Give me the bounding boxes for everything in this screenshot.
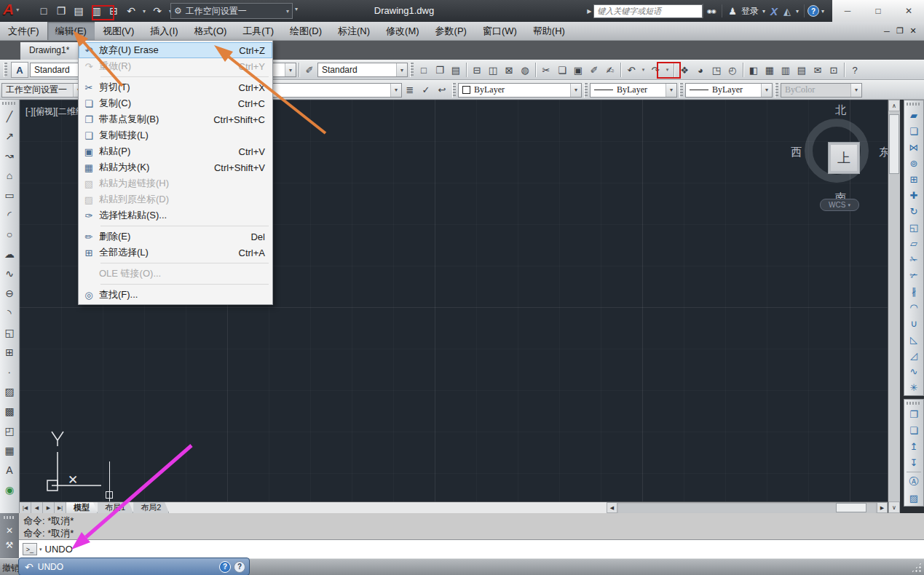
array-icon[interactable]: ⊞ (905, 171, 923, 187)
ellipse-arc-icon[interactable]: ◝ (1, 303, 18, 322)
toolbar-grip[interactable] (679, 83, 683, 98)
linetype-control-combo[interactable]: ByLayer ▾ (590, 83, 677, 98)
publish-icon[interactable]: ◍ (517, 62, 533, 78)
binoculars-search-icon[interactable]: ◉◉ (703, 4, 719, 18)
plot-icon[interactable]: ⊠ (501, 62, 517, 78)
search-input[interactable] (593, 4, 703, 18)
layer-previous-icon[interactable]: ↩ (434, 82, 450, 98)
sign-in-dropdown-icon[interactable]: ▾ (762, 8, 765, 15)
tab-model[interactable]: 模型 (66, 502, 98, 513)
menu-dimension[interactable]: 标注(N) (330, 22, 378, 40)
menu-parametric[interactable]: 参数(P) (427, 22, 475, 40)
exchange-apps-icon[interactable]: X (767, 3, 781, 19)
chevron-down-icon[interactable]: ▾ (666, 84, 676, 97)
new-icon[interactable]: □ (35, 3, 52, 19)
tab-nav-prev-icon[interactable]: ◀ (31, 502, 43, 513)
cut-icon[interactable]: ✂ (538, 62, 554, 78)
break-icon[interactable]: ◠ (905, 299, 923, 315)
move-icon[interactable]: ✚ (905, 187, 923, 203)
doc-minimize-button[interactable]: ─ (880, 27, 893, 36)
a360-dropdown-icon[interactable]: ▾ (796, 8, 799, 15)
zoom-window-icon[interactable]: ◳ (708, 62, 724, 78)
quickcalc-icon[interactable]: ⊡ (826, 62, 842, 78)
vscroll-down-icon[interactable]: ∨ (888, 501, 900, 513)
paste-icon[interactable]: ▣ (570, 62, 586, 78)
viewcube-top-face[interactable]: 上 (828, 142, 860, 174)
menu-view[interactable]: 视图(V) (95, 22, 142, 40)
dim-style-icon[interactable]: ✐ (301, 62, 317, 78)
construction-line-icon[interactable]: ↗ (1, 126, 18, 146)
vscroll-thumb[interactable] (889, 114, 899, 174)
chevron-down-icon[interactable]: ▾ (39, 547, 42, 552)
minimize-button[interactable]: ─ (832, 0, 863, 22)
copy-icon[interactable]: ❏ (554, 62, 570, 78)
toolbar-grip[interactable] (4, 63, 7, 77)
menu-item-paste-special[interactable]: ✑ 选择性粘贴(S)... (79, 207, 272, 223)
wrench-icon[interactable]: ⚒ (6, 538, 14, 552)
viewcube[interactable]: 上 北 南 东 西 (805, 119, 869, 183)
command-history[interactable]: 命令: *取消* 命令: *取消* (19, 513, 924, 540)
menu-format[interactable]: 格式(O) (186, 22, 235, 40)
menu-item-select-all[interactable]: ⊞ 全部选择(L) Ctrl+A (79, 245, 272, 261)
print-icon[interactable]: ⊟ (105, 3, 122, 19)
redo-icon[interactable]: ↷ (149, 3, 166, 19)
open-icon[interactable]: ❐ (52, 3, 70, 19)
pan-icon[interactable]: ❖ (676, 62, 692, 78)
undo-dropdown-icon[interactable]: ▾ (639, 62, 647, 78)
open-icon[interactable]: ❐ (432, 62, 448, 78)
bring-above-objects-icon[interactable]: ↥ (905, 438, 923, 454)
app-logo[interactable]: A ▾ (3, 1, 19, 18)
menu-modify[interactable]: 修改(M) (378, 22, 427, 40)
tool-palettes-icon[interactable]: ▥ (778, 62, 794, 78)
hatch-icon[interactable]: ▨ (1, 381, 18, 401)
properties-icon[interactable]: ◧ (746, 62, 762, 78)
scale-icon[interactable]: ◱ (905, 219, 923, 235)
menu-file[interactable]: 文件(F) (0, 22, 47, 40)
redo-dropdown-icon[interactable]: ▾ (663, 62, 671, 78)
chevron-down-icon[interactable]: ▾ (390, 84, 401, 97)
redo-icon[interactable]: ↷ (647, 62, 663, 78)
zoom-realtime-icon[interactable]: ◕ (692, 62, 708, 78)
toolbar-grip[interactable] (907, 103, 921, 106)
vertical-scrollbar[interactable]: ∧ ∨ (888, 100, 900, 513)
wcs-dropdown[interactable]: WCS ▾ (820, 199, 859, 211)
toolbar-grip[interactable] (2, 102, 17, 105)
color-control-combo[interactable]: ByLayer ▾ (458, 83, 582, 98)
help-dropdown-icon[interactable]: ▾ (821, 8, 824, 15)
match-properties-icon[interactable]: ✐ (586, 62, 602, 78)
save-icon[interactable]: ▤ (448, 62, 464, 78)
help-icon[interactable]: ? (807, 5, 819, 17)
point-icon[interactable]: ∙ (1, 362, 18, 381)
command-input-row[interactable]: >_ ▾ UNDO (19, 540, 924, 558)
autodesk360-icon[interactable]: ◭ (781, 3, 794, 19)
horizontal-scrollbar[interactable] (617, 502, 877, 513)
menu-item-undo[interactable]: ↶ 放弃(U) Erase Ctrl+Z (79, 42, 272, 58)
erase-icon[interactable]: ▰ (905, 107, 923, 123)
menu-item-copy[interactable]: ❏ 复制(C) Ctrl+C (79, 95, 272, 111)
workspace-switcher[interactable]: ⚙ 工作空间设置一 ▾ (170, 3, 293, 19)
chevron-down-icon[interactable]: ▾ (396, 63, 407, 76)
undo-dropdown-icon[interactable]: ▾ (140, 3, 149, 19)
make-block-icon[interactable]: ⊞ (1, 342, 18, 362)
revision-cloud-icon[interactable]: ☁ (1, 244, 18, 263)
vscroll-up-icon[interactable]: ∧ (888, 100, 900, 111)
ellipse-icon[interactable]: ⊖ (1, 283, 18, 303)
circle-icon[interactable]: ○ (1, 224, 18, 244)
toolbar-grip[interactable] (410, 63, 414, 77)
undo-icon[interactable]: ↶ (623, 62, 639, 78)
gradient-icon[interactable]: ▩ (1, 401, 18, 421)
trim-icon[interactable]: ✁ (905, 251, 923, 267)
infocenter-toggle-icon[interactable]: ▶ (587, 8, 591, 15)
layer-properties-icon[interactable]: ≣ (402, 82, 418, 98)
designcenter-icon[interactable]: ▦ (762, 62, 778, 78)
viewcube-north-label[interactable]: 北 (835, 103, 846, 117)
menu-item-find[interactable]: ◎ 查找(F)... (79, 287, 272, 303)
sheet-set-manager-icon[interactable]: ▤ (794, 62, 810, 78)
make-object-layer-current-icon[interactable]: ✓ (418, 82, 434, 98)
donut-icon[interactable]: ◉ (1, 480, 18, 499)
copy-icon[interactable]: ❏ (905, 123, 923, 139)
polygon-icon[interactable]: ⌂ (1, 165, 18, 185)
hatch-to-back-icon[interactable]: ▨ (905, 490, 923, 506)
chamfer-icon[interactable]: ◺ (905, 331, 923, 347)
stretch-icon[interactable]: ▱ (905, 235, 923, 251)
